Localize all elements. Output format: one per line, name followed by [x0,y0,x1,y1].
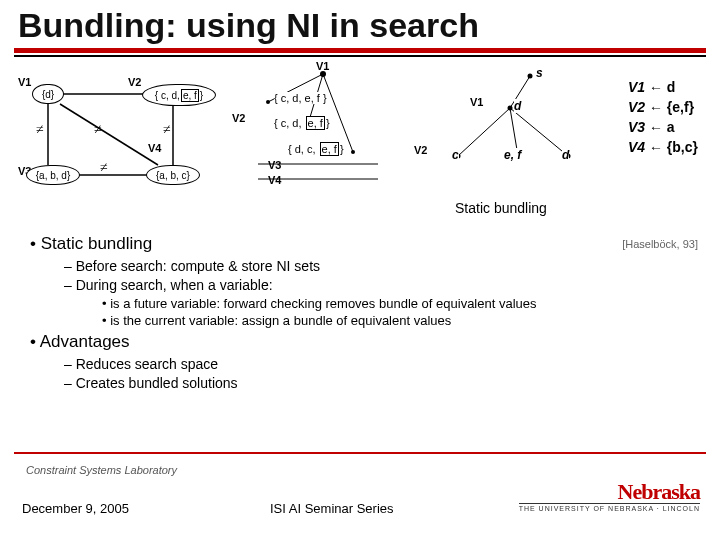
bullet-l2: Reduces search space [64,356,700,372]
neq-icon [94,122,102,138]
v1-label: V1 [18,76,31,88]
bullet-l2: Before search: compute & store NI sets [64,258,700,274]
tree-node-2-prefix: { c, d, [274,117,305,129]
constraint-graph: V1 {d} V2 { c, d, e, f } V3 {a, b, d} V4… [18,70,228,210]
assign-val: a [663,119,675,135]
bundling-tree-edges [410,66,600,206]
footer-lab: Constraint Systems Laboratory [26,464,177,476]
bullet-l1: Static bundling [30,234,700,254]
tree-v3-label: V3 [268,159,281,171]
tree-node-2-suffix: } [326,117,330,129]
assignment-list: V1 ← d V2 ← {e,f} V3 ← a V4 ← {b,c} [628,78,698,158]
assign-var: V2 [628,99,645,115]
tree-v4-label: V4 [268,174,281,186]
dyn-root: s [536,66,543,80]
v1-domain: {d} [32,84,64,104]
search-tree: V1 V2 V3 V4 { c, d, e, f } { c, d, e, f}… [238,64,408,204]
bundling-tree: s V1 d V2 c e, f d [410,66,600,206]
search-tree-edges [238,64,408,204]
svg-line-4 [60,104,158,165]
v4-domain: {a, b, c} [146,165,200,185]
dyn-node-c: c [452,148,459,162]
bullet-l3: is the current variable: assign a bundle… [102,313,700,328]
assign-val: d [663,79,675,95]
dyn-node-dleaf: d [562,148,569,162]
neq-icon [163,122,171,138]
v2-domain-prefix: { c, d, [155,90,180,101]
neq-icon [100,160,108,176]
footer-date: December 9, 2005 [22,501,129,516]
tree-node-3: { d, c, e, f} [288,142,344,156]
dyn-v2-label: V2 [414,144,427,156]
university-logo: Nebraska THE UNIVERSITY OF NEBRASKA · LI… [519,479,700,512]
v3-domain: {a, b, d} [26,165,80,185]
tree-node-3-prefix: { d, c, [288,143,319,155]
v4-label: V4 [148,142,161,154]
assign-val: {e,f} [663,99,694,115]
neq-icon [36,122,44,138]
v2-label: V2 [128,76,141,88]
assign-row: V1 ← d [628,78,698,98]
svg-point-13 [351,150,355,154]
v2-domain: { c, d, e, f } [142,84,216,106]
svg-point-11 [266,100,270,104]
bullet-l1: Advantages [30,332,700,352]
dyn-node-d: d [514,99,521,113]
tree-node-2-box: e, f [306,116,325,130]
svg-line-8 [323,74,353,152]
assign-row: V2 ← {e,f} [628,98,698,118]
footer-separator [14,452,706,454]
tree-node-2: { c, d, e, f} [274,116,330,130]
assign-row: V3 ← a [628,118,698,138]
tree-v2-label: V2 [232,112,245,124]
dyn-node-ef: e, f [504,148,521,162]
svg-line-17 [458,108,510,156]
dyn-v1-label: V1 [470,96,483,108]
v2-domain-suffix: } [200,90,203,101]
assign-var: V1 [628,79,645,95]
tree-node-3-box: e, f [320,142,339,156]
logo-subtitle: THE UNIVERSITY OF NEBRASKA · LINCOLN [519,503,700,512]
logo-name: Nebraska [519,479,700,505]
footer-series: ISI AI Seminar Series [270,501,394,516]
tree-node-3-suffix: } [340,143,344,155]
assign-row: V4 ← {b,c} [628,138,698,158]
assign-val: {b,c} [663,139,698,155]
v2-domain-boxed: e, f [181,89,199,102]
tree-node-1: { c, d, e, f } [274,92,327,104]
bullet-l3: is a future variable: forward checking r… [102,296,700,311]
tree-root-label: V1 [316,60,329,72]
bullet-l2: During search, when a variable: [64,277,700,293]
body-content: Static bundling Before search: compute &… [30,230,700,394]
assign-var: V3 [628,119,645,135]
assign-var: V4 [628,139,645,155]
bullet-l2: Creates bundled solutions [64,375,700,391]
static-bundling-caption: Static bundling [455,200,547,216]
